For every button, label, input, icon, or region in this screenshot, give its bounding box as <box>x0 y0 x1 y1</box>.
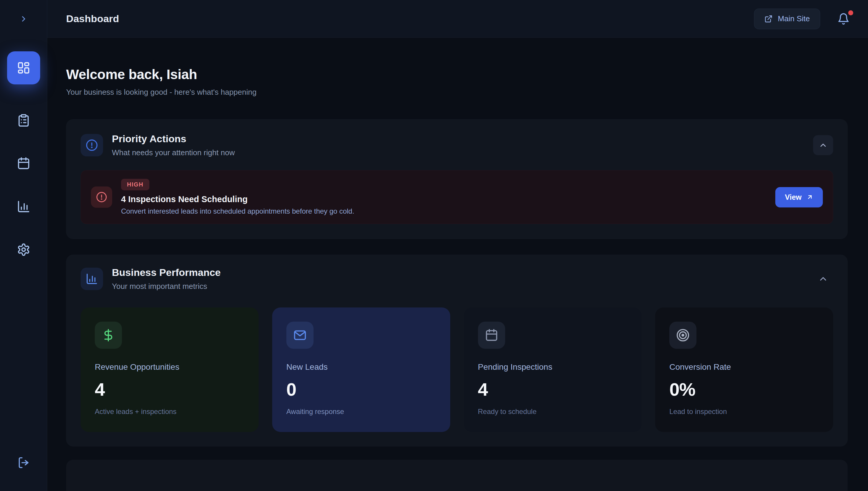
dollar-icon <box>95 322 122 349</box>
sidebar-item-settings[interactable] <box>7 233 40 266</box>
arrow-up-right-icon <box>806 194 813 201</box>
sidebar-item-schedule[interactable] <box>7 147 40 180</box>
alert-icon-box <box>91 186 112 208</box>
welcome-heading: Welcome back, Isiah <box>66 66 848 82</box>
notification-dot <box>848 10 853 16</box>
priority-actions-card: Priority Actions What needs your attenti… <box>66 119 848 239</box>
page-title: Dashboard <box>66 13 119 25</box>
alert-circle-icon <box>96 192 107 203</box>
alert-circle-icon <box>86 139 98 151</box>
view-button-label: View <box>785 193 802 202</box>
metric-subtext: Awaiting response <box>286 407 436 416</box>
bell-icon <box>837 13 850 25</box>
business-performance-card: Business Performance Your most important… <box>66 255 848 446</box>
performance-header-texts: Business Performance Your most important… <box>112 267 221 291</box>
sidebar-expand-button[interactable] <box>0 0 47 38</box>
sidebar <box>0 0 47 491</box>
performance-header: Business Performance Your most important… <box>81 267 833 291</box>
metric-label: New Leads <box>286 362 436 372</box>
metric-subtext: Lead to inspection <box>669 407 819 416</box>
bar-chart-icon <box>17 200 30 213</box>
metric-card-revenue[interactable]: Revenue Opportunities 4 Active leads + i… <box>81 308 259 432</box>
alert-title: 4 Inspections Need Scheduling <box>121 195 354 204</box>
main-site-label: Main Site <box>778 14 810 23</box>
alert-description: Convert interested leads into scheduled … <box>121 207 354 215</box>
metrics-grid: Revenue Opportunities 4 Active leads + i… <box>81 308 833 432</box>
sidebar-item-analytics[interactable] <box>7 190 40 223</box>
chevron-up-icon <box>819 141 828 150</box>
severity-badge: HIGH <box>121 179 149 190</box>
metric-subtext: Active leads + inspections <box>95 407 245 416</box>
metric-label: Revenue Opportunities <box>95 362 245 372</box>
clipboard-list-icon <box>17 114 30 127</box>
metric-value: 0% <box>669 379 819 400</box>
main-site-button[interactable]: Main Site <box>754 8 820 29</box>
metric-value: 4 <box>478 379 628 400</box>
alert-texts: HIGH 4 Inspections Need Scheduling Conve… <box>121 179 354 215</box>
mail-icon <box>286 322 313 349</box>
metric-subtext: Ready to schedule <box>478 407 628 416</box>
welcome-subtitle: Your business is looking good - here's w… <box>66 88 848 97</box>
chevron-right-icon <box>19 15 28 23</box>
priority-header-texts: Priority Actions What needs your attenti… <box>112 133 235 157</box>
sidebar-item-leads[interactable] <box>7 104 40 137</box>
calendar-icon <box>478 322 505 349</box>
gear-icon <box>17 243 30 256</box>
sidebar-item-dashboard[interactable] <box>7 51 40 84</box>
performance-icon-box <box>81 268 103 290</box>
top-header: Dashboard Main Site <box>47 0 868 38</box>
notifications-button[interactable] <box>836 11 851 27</box>
metric-card-conversion-rate[interactable]: Conversion Rate 0% Lead to inspection <box>655 308 833 432</box>
logout-icon <box>17 456 30 469</box>
header-actions: Main Site <box>754 8 851 29</box>
priority-subtitle: What needs your attention right now <box>112 148 235 157</box>
performance-subtitle: Your most important metrics <box>112 282 221 291</box>
view-button[interactable]: View <box>775 187 823 207</box>
logout-button[interactable] <box>7 446 40 479</box>
calendar-icon <box>17 157 30 170</box>
chevron-up-icon <box>818 274 828 284</box>
priority-alert-row[interactable]: HIGH 4 Inspections Need Scheduling Conve… <box>81 170 833 224</box>
metric-card-pending-inspections[interactable]: Pending Inspections 4 Ready to schedule <box>464 308 642 432</box>
metric-value: 4 <box>95 379 245 400</box>
metric-value: 0 <box>286 379 436 400</box>
bar-chart-icon <box>86 272 98 285</box>
metric-label: Pending Inspections <box>478 362 628 372</box>
priority-collapse-button[interactable] <box>813 135 833 155</box>
priority-actions-header: Priority Actions What needs your attenti… <box>81 133 833 157</box>
target-icon <box>669 322 697 349</box>
metric-card-new-leads[interactable]: New Leads 0 Awaiting response <box>272 308 450 432</box>
priority-icon-box <box>81 134 103 156</box>
metric-label: Conversion Rate <box>669 362 819 372</box>
next-section-card-partial <box>66 460 848 491</box>
external-link-icon <box>764 15 773 23</box>
layout-dashboard-icon <box>17 61 30 75</box>
performance-title: Business Performance <box>112 267 221 278</box>
priority-title: Priority Actions <box>112 133 235 145</box>
performance-collapse-button[interactable] <box>813 269 833 289</box>
main-content: Welcome back, Isiah Your business is loo… <box>47 38 868 491</box>
